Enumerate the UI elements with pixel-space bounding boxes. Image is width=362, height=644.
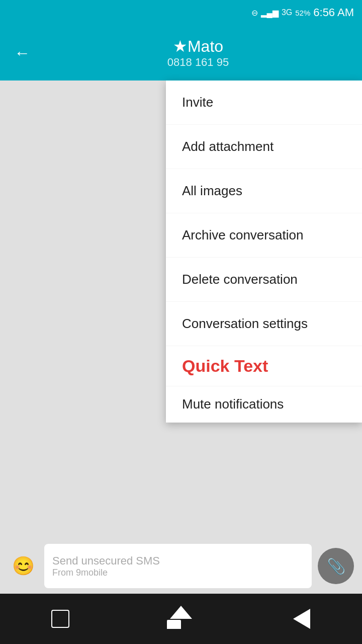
nav-bar (0, 594, 362, 644)
status-time: 6:56 AM (313, 6, 354, 19)
menu-item-conversation-settings[interactable]: Conversation settings (166, 302, 362, 346)
menu-item-add-attachment[interactable]: Add attachment (166, 125, 362, 169)
status-bar: ⊖ ▂▄▆ 3G 52% 6:56 AM (0, 0, 362, 25)
menu-item-delete-conversation[interactable]: Delete conversation (166, 258, 362, 302)
back-button[interactable]: ← (10, 40, 34, 66)
input-subtext: From 9mobile (52, 568, 304, 578)
nav-recents-button[interactable] (45, 604, 75, 634)
contact-info: ★Mato 0818 161 95 (44, 37, 352, 69)
attachment-button[interactable]: 📎 (318, 548, 354, 584)
input-placeholder: Send unsecured SMS (52, 554, 304, 568)
contact-name: ★Mato (173, 37, 223, 56)
home-icon (170, 606, 192, 619)
menu-item-mute-notifications[interactable]: Mute notifications (166, 386, 362, 423)
home-base-icon (167, 620, 181, 629)
menu-item-archive-conversation[interactable]: Archive conversation (166, 213, 362, 258)
dropdown-menu: Invite Add attachment All images Archive… (166, 80, 362, 423)
attachment-icon: 📎 (327, 557, 345, 575)
emoji-button[interactable]: 😊 (8, 551, 38, 581)
recents-icon (51, 610, 69, 628)
status-icons: ⊖ ▂▄▆ 3G 52% 6:56 AM (251, 6, 354, 19)
menu-item-all-images[interactable]: All images (166, 169, 362, 213)
contact-number: 0818 161 95 (167, 56, 229, 69)
battery-icon: 52% (295, 9, 310, 17)
chat-area: Invite Add attachment All images Archive… (0, 80, 362, 574)
message-input[interactable]: Send unsecured SMS From 9mobile (44, 544, 312, 588)
back-icon (293, 609, 310, 629)
signal-icon: ▂▄▆ (261, 8, 279, 18)
top-bar: ← ★Mato 0818 161 95 (0, 25, 362, 80)
network-type-icon: 3G (282, 8, 292, 17)
menu-item-invite[interactable]: Invite (166, 80, 362, 125)
emoji-icon: 😊 (12, 555, 35, 577)
do-not-disturb-icon: ⊖ (251, 8, 258, 18)
nav-back-button[interactable] (287, 604, 317, 634)
nav-home-button[interactable] (166, 604, 196, 634)
battery-percent: 52% (295, 9, 310, 17)
bottom-bar: 😊 Send unsecured SMS From 9mobile 📎 (0, 538, 362, 594)
menu-item-quick-text[interactable]: Quick Text (166, 346, 362, 386)
